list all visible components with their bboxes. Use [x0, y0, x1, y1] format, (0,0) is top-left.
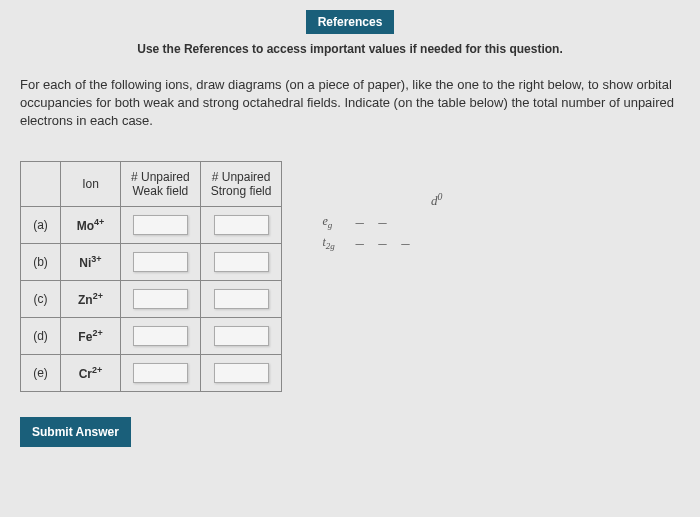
strong-input-a[interactable] — [214, 215, 269, 235]
header-weak-top: # Unpaired — [131, 170, 190, 184]
table-row: (c) Zn2+ — [21, 280, 282, 317]
row-ion: Mo4+ — [61, 206, 121, 243]
row-label: (e) — [21, 354, 61, 391]
weak-input-b[interactable] — [133, 252, 188, 272]
eg-dashes: — — — [355, 214, 389, 230]
strong-input-c[interactable] — [214, 289, 269, 309]
references-button[interactable]: References — [306, 10, 395, 34]
submit-button[interactable]: Submit Answer — [20, 417, 131, 447]
weak-input-c[interactable] — [133, 289, 188, 309]
eg-label: eg — [322, 214, 347, 230]
header-weak-bottom: Weak field — [132, 184, 188, 198]
references-note: Use the References to access important v… — [137, 42, 562, 56]
header-strong-top: # Unpaired — [212, 170, 271, 184]
t2g-label: t2g — [322, 235, 347, 251]
strong-input-d[interactable] — [214, 326, 269, 346]
question-text: For each of the following ions, draw dia… — [20, 76, 680, 131]
weak-input-e[interactable] — [133, 363, 188, 383]
weak-input-a[interactable] — [133, 215, 188, 235]
row-ion: Zn2+ — [61, 280, 121, 317]
weak-input-d[interactable] — [133, 326, 188, 346]
orbital-diagram: d0 eg — — t2g — — — — [322, 191, 442, 257]
header-weak: # Unpaired Weak field — [121, 161, 201, 206]
header-blank — [21, 161, 61, 206]
table-row: (a) Mo4+ — [21, 206, 282, 243]
row-ion: Cr2+ — [61, 354, 121, 391]
table-row: (b) Ni3+ — [21, 243, 282, 280]
row-ion: Ni3+ — [61, 243, 121, 280]
row-label: (d) — [21, 317, 61, 354]
t2g-dashes: — — — — [355, 235, 412, 251]
strong-input-e[interactable] — [214, 363, 269, 383]
t2g-row: t2g — — — — [322, 235, 442, 251]
header-ion: Ion — [61, 161, 121, 206]
table-row: (e) Cr2+ — [21, 354, 282, 391]
table-row: (d) Fe2+ — [21, 317, 282, 354]
strong-input-b[interactable] — [214, 252, 269, 272]
d-level-label: d0 — [322, 191, 442, 209]
header-strong-bottom: Strong field — [211, 184, 272, 198]
row-ion: Fe2+ — [61, 317, 121, 354]
eg-row: eg — — — [322, 214, 442, 230]
row-label: (b) — [21, 243, 61, 280]
row-label: (a) — [21, 206, 61, 243]
row-label: (c) — [21, 280, 61, 317]
ion-table: Ion # Unpaired Weak field # Unpaired Str… — [20, 161, 282, 392]
header-strong: # Unpaired Strong field — [200, 161, 282, 206]
